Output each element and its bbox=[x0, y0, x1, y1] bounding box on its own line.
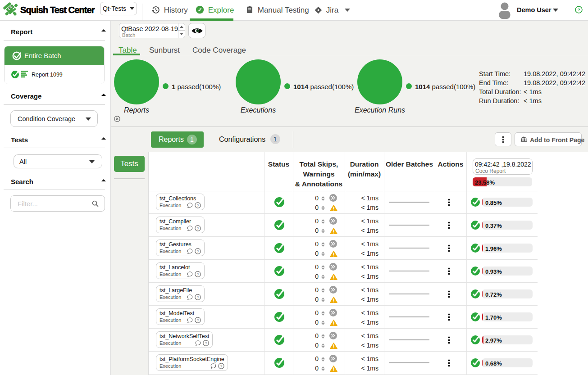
svg-text:?: ? bbox=[197, 226, 199, 230]
svg-text:?: ? bbox=[197, 203, 199, 208]
svg-text:?: ? bbox=[577, 7, 580, 12]
svg-text:?: ? bbox=[197, 295, 199, 299]
svg-text:?: ? bbox=[197, 272, 199, 276]
svg-text:?: ? bbox=[197, 318, 199, 322]
svg-text:?: ? bbox=[197, 249, 199, 253]
svg-text:?: ? bbox=[205, 341, 207, 345]
svg-text:?: ? bbox=[220, 364, 222, 368]
